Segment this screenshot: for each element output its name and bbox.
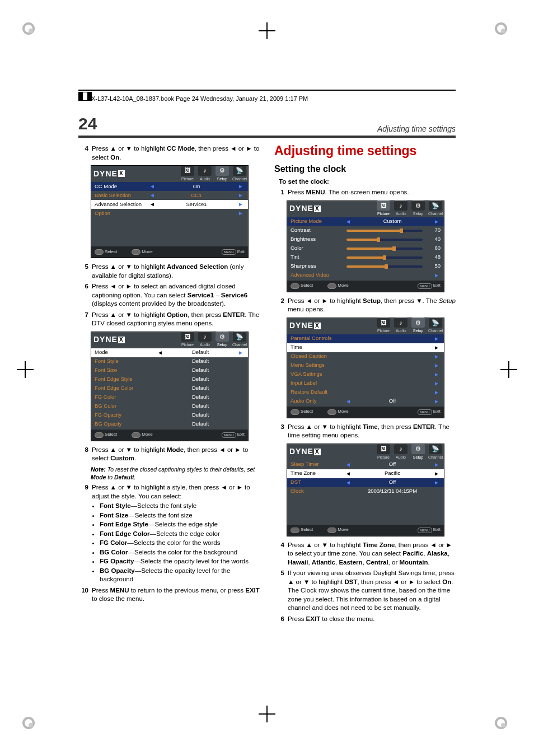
row-time: Time► (287, 343, 444, 352)
osd-time: DYNEX 🖼Picture ♪Audio ⚙Setup 📡Channel Sl… (287, 444, 444, 536)
row-font-style: Font StyleDefault (91, 357, 248, 366)
logo: DYNEX (93, 169, 125, 179)
row-time-zone: Time Zone◄Pacific► (287, 469, 444, 478)
row-contrast: Contrast70 (287, 226, 444, 235)
row-clock: Clock2000/12/31 04:15PM (287, 487, 444, 496)
page-number: 24 (78, 114, 97, 133)
page-heading: Adjusting time settings (377, 124, 456, 133)
header-file-line: DX-L37-L42-10A_08-1837.book Page 24 Wedn… (87, 95, 308, 102)
r-step-6: 6Press EXIT to close the menu. (274, 615, 456, 624)
row-sleep-timer: Sleep Timer◄Off► (287, 460, 444, 469)
step-5: 5Press ▲ or ▼ to highlight Advanced Sele… (78, 263, 260, 280)
row-tint: Tint48 (287, 253, 444, 262)
osd-cc-styles: DYNEX 🖼Picture ♪Audio ⚙Setup 📡Channel Mo… (91, 332, 249, 441)
row-font-edge-style: Font Edge StyleDefault (91, 375, 248, 384)
row-color: Color60 (287, 244, 444, 253)
row-input-label: Input Label► (287, 379, 444, 388)
step-6: 6Press ◄ or ► to select an advanced digi… (78, 282, 260, 309)
row-parental: Parental Controls► (287, 334, 444, 343)
row-font-edge-color: Font Edge ColorDefault (91, 384, 248, 393)
row-advanced-video: Advanced Video► (287, 271, 444, 280)
row-mode: Mode◄Default► (91, 348, 248, 357)
row-vga-settings: VGA Settings► (287, 370, 444, 379)
row-closed-caption: Closed Caption► (287, 352, 444, 361)
row-fg-opacity: FG OpacityDefault (91, 411, 248, 420)
step-8: 8Press ▲ or ▼ to highlight Mode, then pr… (78, 446, 260, 463)
osd-footer: Select Move MENUExit (91, 246, 248, 258)
row-bg-opacity: BG OpacityDefault (91, 420, 248, 429)
osd-setup: DYNEX 🖼Picture ♪Audio ⚙Setup 📡Channel Pa… (287, 318, 444, 418)
osd-picture: DYNEX 🖼Picture ♪Audio ⚙Setup 📡Channel Pi… (287, 200, 444, 292)
step-7: 7Press ▲ or ▼ to highlight Option, then … (78, 311, 260, 328)
heading-adjusting-time: Adjusting time settings (274, 142, 456, 160)
osd-cc-mode: DYNEX 🖼Picture ♪Audio ⚙Setup 📡Channel CC… (91, 165, 249, 258)
r-step-4: 4Press ▲ or ▼ to highlight Time Zone, th… (274, 541, 456, 567)
heading-setting-clock: Setting the clock (274, 163, 456, 175)
step-4: 4Press ▲ or ▼ to highlight CC Mode, then… (78, 144, 260, 162)
row-audio-only: Audio Only◄Off► (287, 397, 444, 406)
row-fg-color: FG ColorDefault (91, 393, 248, 402)
note: Note: To reset the closed captioning sty… (91, 465, 260, 481)
row-cc-mode: CC Mode◄On► (91, 182, 248, 191)
row-bg-color: BG ColorDefault (91, 402, 248, 411)
r-step-2: 2Press ◄ or ► to highlight Setup, then p… (274, 297, 456, 314)
row-restore-default: Restore Default► (287, 388, 444, 397)
row-picture-mode: Picture Mode◄Custom► (287, 217, 444, 226)
r-step-1: 1Press MENU. The on-screen menu opens. (274, 188, 456, 197)
heading-to-set-clock: To set the clock: (279, 178, 456, 186)
step-10: 10Press MENU to return to the previous m… (78, 586, 260, 604)
row-sharpness: Sharpness50 (287, 262, 444, 271)
style-bullets: Font Style—Selects the font style Font S… (93, 502, 260, 584)
r-step-3: 3Press ▲ or ▼ to highlight Time, then pr… (274, 423, 456, 440)
row-font-size: Font SizeDefault (91, 366, 248, 375)
row-advanced-selection: Advanced Selection◄Service1► (91, 200, 248, 209)
row-option: Option► (91, 209, 248, 218)
row-basic-selection: Basic Selection◄CC1► (91, 191, 248, 200)
r-step-5: 5If your viewing area observes Daylight … (274, 569, 456, 613)
row-dst: DST◄Off► (287, 478, 444, 487)
row-menu-settings: Menu Settings► (287, 361, 444, 370)
row-brightness: Brightness40 (287, 235, 444, 244)
step-9: 9Press ▲ or ▼ to highlight a style, then… (78, 483, 260, 501)
